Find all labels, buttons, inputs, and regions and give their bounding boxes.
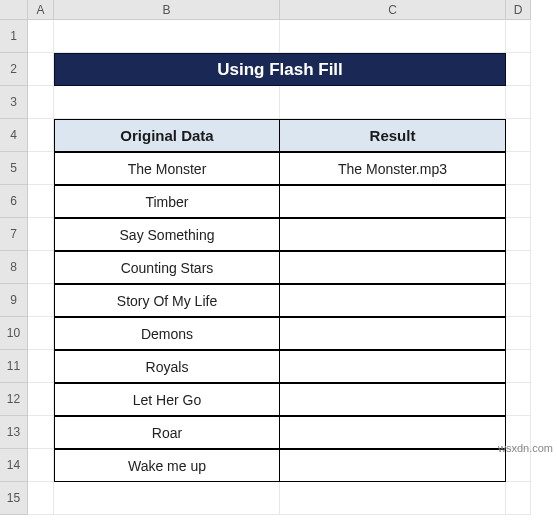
table-cell[interactable]: The Monster.mp3 (280, 152, 506, 185)
row-header[interactable]: 9 (0, 284, 28, 317)
table-cell[interactable] (280, 218, 506, 251)
col-header-a[interactable]: A (28, 0, 54, 20)
table-cell[interactable] (280, 251, 506, 284)
table-cell[interactable]: Say Something (54, 218, 280, 251)
table-cell[interactable] (280, 383, 506, 416)
table-cell[interactable]: Demons (54, 317, 280, 350)
table-cell[interactable] (280, 284, 506, 317)
table-cell[interactable]: Timber (54, 185, 280, 218)
cell[interactable] (280, 482, 506, 515)
cell[interactable] (506, 284, 531, 317)
cell[interactable] (28, 218, 54, 251)
cell[interactable] (506, 53, 531, 86)
cell[interactable] (54, 86, 280, 119)
cell[interactable] (506, 317, 531, 350)
select-all-corner[interactable] (0, 0, 28, 20)
table-cell[interactable] (280, 317, 506, 350)
row-header[interactable]: 3 (0, 86, 28, 119)
table-header-original[interactable]: Original Data (54, 119, 280, 152)
cell[interactable] (28, 86, 54, 119)
cell[interactable] (28, 383, 54, 416)
watermark-text: wsxdn.com (498, 442, 553, 454)
table-cell[interactable]: Royals (54, 350, 280, 383)
cell[interactable] (28, 350, 54, 383)
cell[interactable] (28, 119, 54, 152)
table-cell[interactable]: Counting Stars (54, 251, 280, 284)
cell[interactable] (280, 20, 506, 53)
cell[interactable] (506, 251, 531, 284)
cell[interactable] (28, 482, 54, 515)
title-banner[interactable]: Using Flash Fill (54, 53, 506, 86)
row-header[interactable]: 5 (0, 152, 28, 185)
row-header[interactable]: 2 (0, 53, 28, 86)
cell[interactable] (28, 449, 54, 482)
row-header[interactable]: 14 (0, 449, 28, 482)
cell[interactable] (54, 20, 280, 53)
table-cell[interactable]: The Monster (54, 152, 280, 185)
row-header[interactable]: 15 (0, 482, 28, 515)
cell[interactable] (506, 119, 531, 152)
cell[interactable] (28, 416, 54, 449)
cell[interactable] (28, 53, 54, 86)
cell[interactable] (28, 251, 54, 284)
table-cell[interactable] (280, 350, 506, 383)
row-header[interactable]: 7 (0, 218, 28, 251)
table-cell[interactable] (280, 449, 506, 482)
table-cell[interactable]: Wake me up (54, 449, 280, 482)
cell[interactable] (28, 20, 54, 53)
row-header[interactable]: 1 (0, 20, 28, 53)
cell[interactable] (506, 86, 531, 119)
col-header-c[interactable]: C (280, 0, 506, 20)
cell[interactable] (506, 482, 531, 515)
table-cell[interactable] (280, 416, 506, 449)
col-header-d[interactable]: D (506, 0, 531, 20)
cell[interactable] (28, 152, 54, 185)
table-cell[interactable]: Roar (54, 416, 280, 449)
table-cell[interactable]: Let Her Go (54, 383, 280, 416)
cell[interactable] (54, 482, 280, 515)
cell[interactable] (506, 383, 531, 416)
row-header[interactable]: 12 (0, 383, 28, 416)
table-header-result[interactable]: Result (280, 119, 506, 152)
cell[interactable] (506, 152, 531, 185)
col-header-b[interactable]: B (54, 0, 280, 20)
cell[interactable] (506, 185, 531, 218)
table-cell[interactable]: Story Of My Life (54, 284, 280, 317)
cell[interactable] (506, 20, 531, 53)
cell[interactable] (280, 86, 506, 119)
table-cell[interactable] (280, 185, 506, 218)
cell[interactable] (506, 218, 531, 251)
row-header[interactable]: 4 (0, 119, 28, 152)
row-header[interactable]: 11 (0, 350, 28, 383)
cell[interactable] (28, 185, 54, 218)
cell[interactable] (28, 317, 54, 350)
cell[interactable] (28, 284, 54, 317)
cell[interactable] (506, 350, 531, 383)
row-header[interactable]: 10 (0, 317, 28, 350)
row-header[interactable]: 13 (0, 416, 28, 449)
row-header[interactable]: 8 (0, 251, 28, 284)
spreadsheet-grid: A B C D 1 2 Using Flash Fill 3 4 Origina… (0, 0, 557, 515)
row-header[interactable]: 6 (0, 185, 28, 218)
